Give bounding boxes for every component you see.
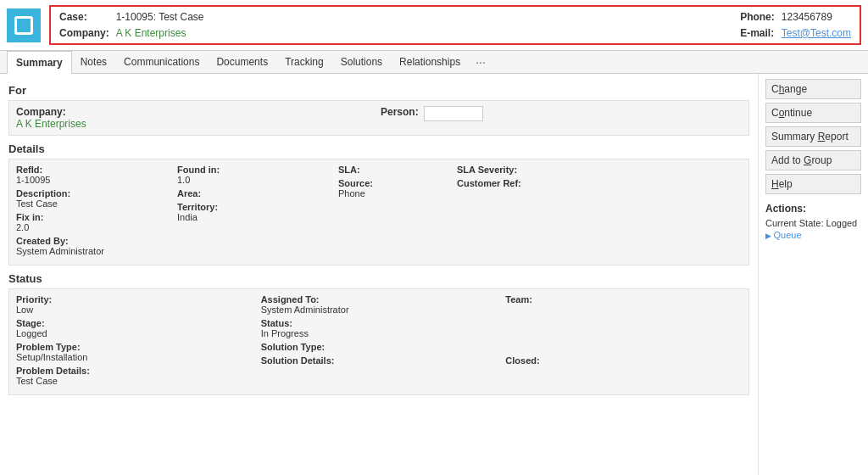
refid-label: RefId: — [16, 165, 169, 175]
refid-item: RefId: 1-10095 — [16, 165, 169, 185]
main-content: For Company: A K Enterprises Person: Det… — [0, 74, 868, 475]
status-col3: Team: Closed: — [505, 294, 742, 389]
fix-in-item: Fix in: 2.0 — [16, 212, 169, 232]
logo-icon — [14, 16, 33, 35]
stage-label: Stage: — [16, 318, 253, 328]
source-value: Phone — [338, 188, 448, 198]
fix-in-label: Fix in: — [16, 212, 169, 222]
territory-label: Territory: — [177, 202, 330, 212]
status-label: Status: — [261, 318, 498, 328]
details-col2: Found in: 1.0 Area: Territory: India — [177, 165, 330, 260]
nav-tabs: Summary Notes Communications Documents T… — [0, 51, 868, 74]
assigned-to-value: System Administrator — [261, 305, 498, 315]
description-label: Description: — [16, 188, 169, 198]
sidebar: Change Continue Summary Report Add to Gr… — [758, 74, 868, 475]
assigned-to-item: Assigned To: System Administrator — [261, 294, 498, 315]
company-field-label: Company: — [16, 106, 377, 118]
priority-item: Priority: Low — [16, 294, 253, 315]
problem-type-value: Setup/Installation — [16, 352, 253, 362]
status-item: Status: In Progress — [261, 318, 498, 338]
customer-ref-label: Customer Ref: — [457, 178, 742, 188]
actions-title: Actions: — [765, 203, 861, 215]
tab-notes[interactable]: Notes — [72, 51, 115, 73]
status-section: Priority: Low Stage: Logged Problem Type… — [8, 288, 749, 395]
territory-value: India — [177, 212, 330, 222]
solution-type-item: Solution Type: — [261, 342, 498, 352]
case-value: 1-10095: Test Case — [116, 11, 204, 23]
source-item: Source: Phone — [338, 178, 448, 198]
assigned-to-label: Assigned To: — [261, 294, 498, 305]
tab-communications[interactable]: Communications — [115, 51, 208, 73]
header-fields: Case: 1-10095: Test Case Phone: 12345678… — [49, 5, 861, 45]
app-container: Case: 1-10095: Test Case Phone: 12345678… — [0, 0, 868, 475]
problem-details-item: Problem Details: Test Case — [16, 366, 253, 386]
tab-summary[interactable]: Summary — [7, 51, 72, 74]
header: Case: 1-10095: Test Case Phone: 12345678… — [0, 0, 868, 51]
fix-in-value: 2.0 — [16, 222, 169, 232]
found-in-item: Found in: 1.0 — [177, 165, 330, 185]
details-col1: RefId: 1-10095 Description: Test Case Fi… — [16, 165, 169, 260]
current-state: Current State: Logged — [765, 218, 861, 228]
company-label: Company: — [59, 27, 109, 39]
person-input[interactable] — [424, 106, 483, 121]
for-person: Person: — [381, 106, 742, 130]
area-label: Area: — [177, 188, 330, 198]
sidebar-actions: Actions: Current State: Logged Queue — [765, 203, 861, 240]
company-field-value[interactable]: A K Enterprises — [16, 118, 377, 130]
tab-solutions[interactable]: Solutions — [332, 51, 391, 73]
app-logo — [7, 8, 41, 42]
nav-more-button[interactable]: ··· — [469, 52, 492, 72]
description-item: Description: Test Case — [16, 188, 169, 209]
problem-type-label: Problem Type: — [16, 342, 253, 352]
details-col3: SLA: Source: Phone — [338, 165, 448, 260]
created-by-value: System Administrator — [16, 246, 169, 256]
person-label: Person: — [381, 106, 419, 118]
change-button[interactable]: Change — [765, 79, 861, 99]
team-item: Team: — [505, 294, 742, 305]
priority-value: Low — [16, 305, 253, 315]
details-col4: SLA Severity: Customer Ref: — [457, 165, 742, 260]
stage-item: Stage: Logged — [16, 318, 253, 338]
solution-type-label: Solution Type: — [261, 342, 498, 352]
for-section: Company: A K Enterprises Person: — [8, 100, 749, 136]
status-col2: Assigned To: System Administrator Status… — [261, 294, 498, 389]
priority-label: Priority: — [16, 294, 253, 305]
stage-value: Logged — [16, 328, 253, 338]
tab-tracking[interactable]: Tracking — [276, 51, 332, 73]
status-grid: Priority: Low Stage: Logged Problem Type… — [16, 294, 742, 389]
sla-severity-label: SLA Severity: — [457, 165, 742, 175]
phone-label: Phone: — [740, 11, 775, 23]
queue-link[interactable]: Queue — [765, 230, 861, 240]
for-section-title: For — [8, 84, 749, 97]
add-to-group-button[interactable]: Add to Group — [765, 150, 861, 170]
territory-item: Territory: India — [177, 202, 330, 222]
email-label: E-mail: — [740, 27, 775, 39]
tab-documents[interactable]: Documents — [208, 51, 276, 73]
sla-severity-item: SLA Severity: — [457, 165, 742, 175]
solution-details-item: Solution Details: — [261, 355, 498, 366]
closed-label: Closed: — [505, 355, 742, 366]
status-value: In Progress — [261, 328, 498, 338]
summary-report-button[interactable]: Summary Report — [765, 126, 861, 147]
found-in-label: Found in: — [177, 165, 330, 175]
details-grid: RefId: 1-10095 Description: Test Case Fi… — [16, 165, 742, 260]
continue-button[interactable]: Continue — [765, 103, 861, 123]
problem-type-item: Problem Type: Setup/Installation — [16, 342, 253, 362]
company-value[interactable]: A K Enterprises — [116, 27, 204, 39]
source-label: Source: — [338, 178, 448, 188]
sla-label: SLA: — [338, 165, 448, 175]
closed-item: Closed: — [505, 355, 742, 366]
created-by-label: Created By: — [16, 236, 169, 246]
help-button[interactable]: Help — [765, 174, 861, 194]
case-label: Case: — [59, 11, 109, 23]
found-in-value: 1.0 — [177, 175, 330, 185]
for-grid: Company: A K Enterprises Person: — [16, 106, 742, 130]
description-value: Test Case — [16, 198, 169, 209]
phone-value: 123456789 — [782, 11, 851, 23]
details-section: RefId: 1-10095 Description: Test Case Fi… — [8, 159, 749, 265]
tab-relationships[interactable]: Relationships — [391, 51, 469, 73]
problem-details-label: Problem Details: — [16, 366, 253, 376]
email-value[interactable]: Test@Test.com — [782, 27, 851, 39]
customer-ref-item: Customer Ref: — [457, 178, 742, 188]
created-by-item: Created By: System Administrator — [16, 236, 169, 256]
